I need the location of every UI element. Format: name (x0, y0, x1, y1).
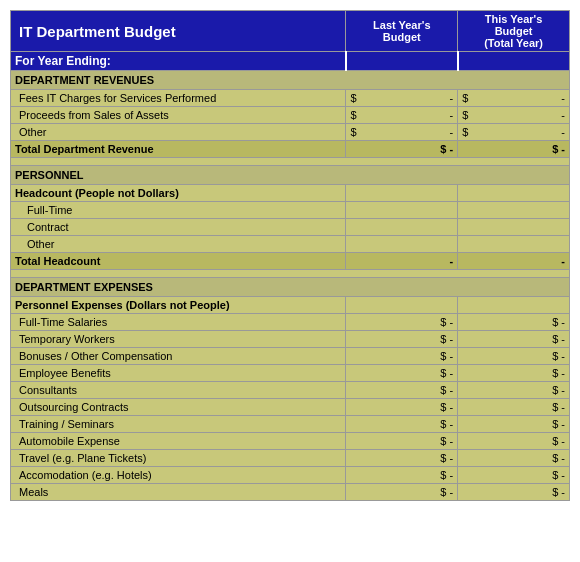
bonuses-this: $ - (458, 348, 570, 365)
expense-accomodation: Accomodation (e.g. Hotels) (11, 467, 346, 484)
total-headcount-this: - (458, 253, 570, 270)
total-revenue-last-year: $ - (346, 141, 458, 158)
training-this: $ - (458, 416, 570, 433)
meals-last: $ - (346, 484, 458, 501)
bonuses-last: $ - (346, 348, 458, 365)
headcount-this-blank (458, 185, 570, 202)
automobile-this: $ - (458, 433, 570, 450)
total-headcount-last: - (346, 253, 458, 270)
fees-last-year: $ - (346, 90, 458, 107)
page-title: IT Department Budget (11, 11, 346, 52)
training-last: $ - (346, 416, 458, 433)
this-year-value-header (458, 52, 570, 71)
proceeds-last-year: $ - (346, 107, 458, 124)
contract-this (458, 219, 570, 236)
exp-subheader-this-blank (458, 297, 570, 314)
headcount-subheader: Headcount (People not Dollars) (11, 185, 346, 202)
expense-fulltime-salaries: Full-Time Salaries (11, 314, 346, 331)
headcount-last-blank (346, 185, 458, 202)
expense-temp-workers: Temporary Workers (11, 331, 346, 348)
expense-employee-benefits: Employee Benefits (11, 365, 346, 382)
revenue-row-proceeds: Proceeds from Sales of Assets (11, 107, 346, 124)
fulltime-sal-this: $ - (458, 314, 570, 331)
revenues-section-header: DEPARTMENT REVENUES (11, 71, 570, 90)
total-revenue-label: Total Department Revenue (11, 141, 346, 158)
travel-last: $ - (346, 450, 458, 467)
consultants-last: $ - (346, 382, 458, 399)
expense-bonuses: Bonuses / Other Compensation (11, 348, 346, 365)
expense-travel: Travel (e.g. Plane Tickets) (11, 450, 346, 467)
benefits-last: $ - (346, 365, 458, 382)
fulltime-sal-last: $ - (346, 314, 458, 331)
benefits-this: $ - (458, 365, 570, 382)
personnel-other-last (346, 236, 458, 253)
expense-outsourcing: Outsourcing Contracts (11, 399, 346, 416)
accomodation-last: $ - (346, 467, 458, 484)
travel-this: $ - (458, 450, 570, 467)
revenue-row-fees: Fees IT Charges for Services Performed (11, 90, 346, 107)
personnel-fulltime: Full-Time (11, 202, 346, 219)
other-last-year: $ - (346, 124, 458, 141)
total-revenue-this-year: $ - (458, 141, 570, 158)
personnel-other-this (458, 236, 570, 253)
temp-last: $ - (346, 331, 458, 348)
fulltime-last (346, 202, 458, 219)
this-year-header: This Year'sBudget(Total Year) (458, 11, 570, 52)
personnel-expenses-subheader: Personnel Expenses (Dollars not People) (11, 297, 346, 314)
outsourcing-this: $ - (458, 399, 570, 416)
personnel-section-header: PERSONNEL (11, 166, 570, 185)
expense-meals: Meals (11, 484, 346, 501)
expense-consultants: Consultants (11, 382, 346, 399)
expense-automobile: Automobile Expense (11, 433, 346, 450)
revenue-row-other: Other (11, 124, 346, 141)
last-year-value-header (346, 52, 458, 71)
consultants-this: $ - (458, 382, 570, 399)
expenses-section-header: DEPARTMENT EXPENSES (11, 278, 570, 297)
fees-this-year: $ - (458, 90, 570, 107)
other-this-year: $ - (458, 124, 570, 141)
expense-training: Training / Seminars (11, 416, 346, 433)
for-year-label: For Year Ending: (11, 52, 346, 71)
automobile-last: $ - (346, 433, 458, 450)
contract-last (346, 219, 458, 236)
total-headcount-label: Total Headcount (11, 253, 346, 270)
outsourcing-last: $ - (346, 399, 458, 416)
accomodation-this: $ - (458, 467, 570, 484)
personnel-other: Other (11, 236, 346, 253)
exp-subheader-last-blank (346, 297, 458, 314)
temp-this: $ - (458, 331, 570, 348)
meals-this: $ - (458, 484, 570, 501)
proceeds-this-year: $ - (458, 107, 570, 124)
last-year-header: Last Year'sBudget (346, 11, 458, 52)
personnel-contract: Contract (11, 219, 346, 236)
fulltime-this (458, 202, 570, 219)
